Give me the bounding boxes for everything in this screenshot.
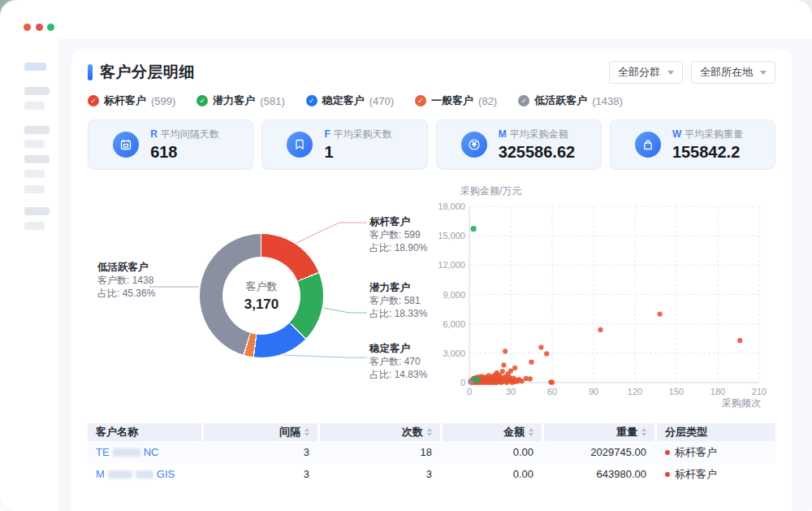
sidebar-item-skeleton[interactable] <box>24 63 46 71</box>
customer-table: 客户名称 间隔 次数 金额 重量 分层类型 TENC 3 18 0.00 202… <box>88 423 775 485</box>
legend-item-potential[interactable]: ✓ 潜力客户 (581) <box>197 93 284 108</box>
y-tick-label: 9,000 <box>443 290 465 300</box>
donut-callout-inactive: 低活跃客户 客户数: 1438 占比: 45.36% <box>97 261 187 300</box>
group-filter-dropdown[interactable]: 全部分群 <box>609 61 683 84</box>
scatter-svg: 030609012015018021003,0006,0009,00012,00… <box>438 184 783 410</box>
legend-item-benchmark[interactable]: ✓ 标杆客户 (599) <box>88 93 175 108</box>
scatter-point <box>471 226 477 232</box>
customer-name-link[interactable]: TENC <box>96 446 193 458</box>
segment-badge: 标杆客户 <box>665 467 767 482</box>
sort-icon <box>427 428 432 436</box>
segment-dot-icon <box>665 450 670 455</box>
sidebar-item-skeleton[interactable] <box>24 185 45 193</box>
chevron-down-icon <box>667 71 674 75</box>
traffic-light-minimize-icon[interactable] <box>36 24 43 31</box>
sidebar-item-skeleton[interactable] <box>24 155 50 163</box>
sort-icon <box>641 428 646 436</box>
legend-count: (470) <box>369 95 394 107</box>
scatter-xlabel: 采购频次 <box>722 397 761 409</box>
redacted-text <box>108 470 132 479</box>
app-window: 客户分层明细 全部分群 全部所在地 ✓ 标杆客户 <box>0 0 812 511</box>
stat-prefix: W <box>672 128 681 140</box>
sidebar-item-skeleton[interactable] <box>24 140 45 148</box>
stat-card-frequency: F平均采购天数 1 <box>261 119 427 170</box>
bookmark-icon <box>287 132 313 158</box>
callout-count: 客户数: 1438 <box>97 274 187 287</box>
stat-label: 平均间隔天数 <box>161 128 219 140</box>
x-tick-label: 150 <box>669 387 684 396</box>
calendar-icon <box>113 132 139 158</box>
redacted-text <box>113 448 140 457</box>
x-tick-label: 0 <box>467 387 472 396</box>
scatter-point <box>544 351 549 356</box>
scatter-point <box>499 380 503 385</box>
chevron-down-icon <box>760 71 767 75</box>
scatter-point <box>512 366 517 370</box>
sidebar-item-skeleton[interactable] <box>24 102 45 110</box>
svg-text:¥: ¥ <box>472 141 477 149</box>
table-row[interactable]: TENC 3 18 0.00 2029745.00 标杆客户 <box>88 441 775 463</box>
x-tick-label: 180 <box>710 387 725 396</box>
scatter-point <box>528 376 533 381</box>
y-tick-label: 3,000 <box>443 349 465 358</box>
stat-card-weight: W平均采购重量 155842.2 <box>610 119 775 170</box>
scatter-point <box>475 378 481 383</box>
stat-value: 325586.62 <box>499 143 577 162</box>
cell-weight: 643980.00 <box>544 468 654 480</box>
legend-item-general[interactable]: ✓ 一般客户 (82) <box>415 93 497 108</box>
scatter-point <box>538 345 543 350</box>
table-row[interactable]: MGIS 3 3 0.00 643980.00 标杆客户 <box>88 463 775 485</box>
stat-card-interval: R平均间隔天数 618 <box>88 119 253 170</box>
sidebar <box>0 39 60 511</box>
cell-interval: 3 <box>204 446 317 458</box>
scatter-point <box>658 312 663 317</box>
x-tick-label: 60 <box>547 387 557 396</box>
scatter-ylabel: 采购金额/万元 <box>460 185 521 197</box>
page-title: 客户分层明细 <box>100 62 195 83</box>
traffic-light-close-icon[interactable] <box>24 24 31 31</box>
sidebar-item-skeleton[interactable] <box>24 126 50 134</box>
stat-prefix: R <box>150 128 158 140</box>
sidebar-item-skeleton[interactable] <box>24 170 45 178</box>
col-header-times[interactable]: 次数 <box>320 423 440 441</box>
location-filter-dropdown[interactable]: 全部所在地 <box>691 61 775 84</box>
scatter-point <box>529 360 533 365</box>
scatter-point <box>598 327 603 332</box>
customer-name-link[interactable]: MGIS <box>96 468 193 480</box>
legend-item-inactive[interactable]: ✓ 低活跃客户 (1438) <box>518 93 623 108</box>
redacted-text <box>136 470 153 479</box>
stat-label: 平均采购金额 <box>510 128 568 140</box>
cell-amount: 0.00 <box>443 446 542 458</box>
location-filter-value: 全部所在地 <box>700 65 753 80</box>
check-circle-icon: ✓ <box>518 95 529 106</box>
sidebar-item-skeleton[interactable] <box>24 87 50 95</box>
title-accent-bar <box>88 64 93 80</box>
col-header-amount[interactable]: 金额 <box>443 423 542 441</box>
donut-chart[interactable]: 客户数 3,170 <box>200 234 323 357</box>
y-tick-label: 18,000 <box>438 201 465 211</box>
col-header-weight[interactable]: 重量 <box>544 423 654 441</box>
y-tick-label: 6,000 <box>443 319 465 329</box>
scatter-point <box>504 380 509 385</box>
legend-item-stable[interactable]: ✓ 稳定客户 (470) <box>306 93 394 108</box>
legend-count: (581) <box>260 95 284 107</box>
legend-count: (1438) <box>592 95 623 107</box>
legend-label: 一般客户 <box>431 93 473 108</box>
bag-icon <box>635 132 661 158</box>
col-header-interval[interactable]: 间隔 <box>204 423 317 441</box>
main-area: 客户分层明细 全部分群 全部所在地 ✓ 标杆客户 <box>60 39 812 511</box>
stat-card-amount: ¥ M平均采购金额 325586.62 <box>436 119 602 170</box>
legend-label: 潜力客户 <box>213 93 255 108</box>
scatter-chart[interactable]: 030609012015018021003,0006,0009,00012,00… <box>438 184 783 410</box>
segment-dot-icon <box>665 472 670 477</box>
legend-count: (599) <box>151 95 175 107</box>
sidebar-item-skeleton[interactable] <box>24 222 45 230</box>
sidebar-item-skeleton[interactable] <box>24 207 50 215</box>
scatter-point <box>503 349 508 353</box>
traffic-light-zoom-icon[interactable] <box>47 24 54 31</box>
scatter-point <box>501 362 506 367</box>
callout-name: 低活跃客户 <box>97 261 187 274</box>
check-circle-icon: ✓ <box>306 95 317 106</box>
sort-icon <box>529 428 533 436</box>
stat-value: 155842.2 <box>672 143 750 162</box>
